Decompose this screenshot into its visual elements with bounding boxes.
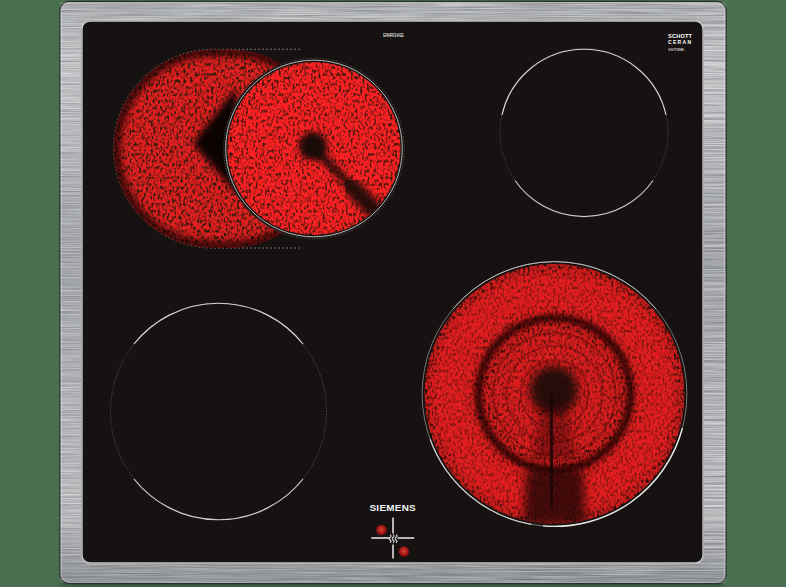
- svg-text:EA64RGNA1E: EA64RGNA1E: [383, 33, 404, 38]
- svg-text:CERAN: CERAN: [668, 39, 692, 45]
- svg-text:SIEMENS: SIEMENS: [370, 502, 417, 513]
- svg-text:SCHOTTCERAN: SCHOTTCERAN: [668, 48, 685, 52]
- svg-text:SCHOTT: SCHOTT: [668, 33, 693, 39]
